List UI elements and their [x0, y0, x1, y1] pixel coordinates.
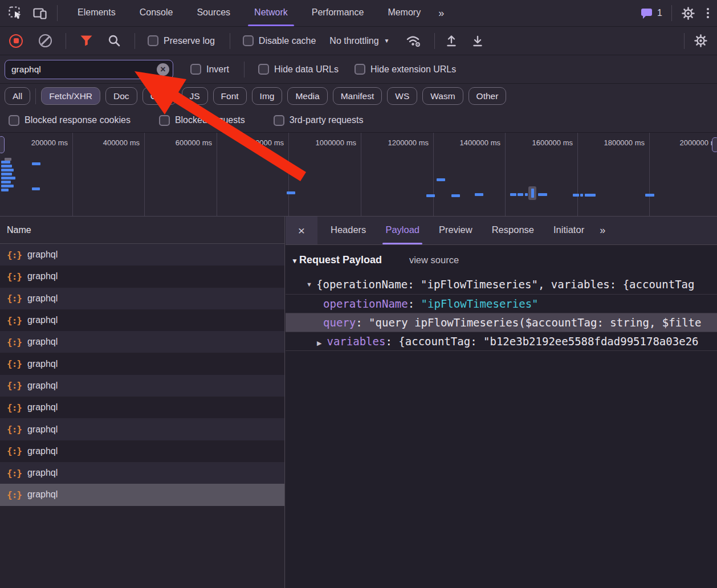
filter-box: × — [5, 60, 173, 79]
chip-media[interactable]: Media — [287, 87, 327, 105]
timeline-tick-label: 1200000 ms — [366, 138, 429, 147]
tab-preview[interactable]: Preview — [429, 217, 482, 244]
request-row[interactable]: {:}graphql — [0, 484, 284, 505]
tab-memory[interactable]: Memory — [376, 0, 433, 26]
view-source-link[interactable]: view source — [409, 255, 459, 266]
tab-initiator[interactable]: Initiator — [544, 217, 594, 244]
waterfall-bar — [1, 169, 14, 172]
chip-doc[interactable]: Doc — [105, 87, 137, 105]
tab-console[interactable]: Console — [128, 0, 185, 26]
filter-input[interactable] — [5, 60, 173, 79]
chip-font[interactable]: Font — [213, 87, 247, 105]
tab-sources[interactable]: Sources — [185, 0, 242, 26]
request-row[interactable]: {:}graphql — [0, 440, 284, 462]
chip-ws[interactable]: WS — [387, 87, 417, 105]
timeline-gridline — [288, 133, 289, 217]
hide-data-urls-checkbox[interactable] — [258, 64, 269, 75]
request-row[interactable]: {:}graphql — [0, 375, 284, 397]
inspect-element-icon[interactable] — [8, 6, 23, 21]
3rd-party-requests-checkbox[interactable] — [274, 115, 284, 126]
chip-img[interactable]: Img — [252, 87, 283, 105]
overview-right-grip[interactable] — [712, 137, 717, 152]
blocked-response-cookies-checkbox[interactable] — [9, 115, 19, 126]
chip-fetch-xhr[interactable]: Fetch/XHR — [41, 87, 100, 105]
timeline-tick-label: 2000000 ms — [654, 138, 717, 147]
overview-left-grip[interactable] — [0, 136, 5, 153]
request-row[interactable]: {:}graphql — [0, 288, 284, 309]
chip-manifest[interactable]: Manifest — [333, 87, 382, 105]
more-tabs-icon[interactable]: » — [433, 7, 450, 19]
throttling-dropdown[interactable]: No throttling ▼ — [329, 36, 389, 46]
tab-headers[interactable]: Headers — [321, 217, 376, 244]
tab-response[interactable]: Response — [482, 217, 544, 244]
settings-gear-icon[interactable] — [681, 6, 695, 21]
export-har-icon[interactable] — [471, 34, 484, 48]
request-row[interactable]: {:}graphql — [0, 397, 284, 418]
request-row[interactable]: {:}graphql — [0, 331, 284, 353]
waterfall-bar — [437, 178, 445, 181]
request-row[interactable]: {:}graphql — [0, 418, 284, 440]
filter-row: × Invert Hide data URLs Hide extension U… — [0, 55, 717, 84]
request-row[interactable]: {:}graphql — [0, 462, 284, 484]
fetch-xhr-icon: {:} — [7, 446, 22, 456]
chip-css[interactable]: CSS — [142, 87, 177, 105]
collapse-triangle-icon[interactable]: ▼ — [306, 275, 312, 294]
request-row[interactable]: {:}graphql — [0, 353, 284, 374]
request-row[interactable]: {:}graphql — [0, 266, 284, 287]
request-name: graphql — [27, 293, 58, 304]
device-toolbar-icon[interactable] — [32, 6, 48, 21]
chip-js[interactable]: JS — [182, 87, 208, 105]
search-icon[interactable] — [108, 34, 121, 47]
request-name: graphql — [27, 424, 58, 435]
clear-filter-icon[interactable]: × — [157, 63, 169, 76]
chip-other[interactable]: Other — [469, 87, 507, 105]
invert-checkbox[interactable] — [190, 64, 201, 75]
chevron-down-icon: ▼ — [384, 38, 390, 44]
fetch-xhr-icon: {:} — [7, 489, 22, 500]
disable-cache-checkbox[interactable] — [243, 35, 254, 46]
kebab-menu-icon[interactable] — [699, 8, 717, 18]
hide-extension-urls-checkbox[interactable] — [355, 64, 365, 75]
network-overview-timeline[interactable]: 200000 ms400000 ms600000 ms800000 ms1000… — [0, 133, 717, 217]
timeline-gridline — [144, 133, 145, 217]
divider — [66, 33, 66, 49]
payload-row-query[interactable]: query: "query ipFlowTimeseries($accountT… — [286, 313, 717, 332]
request-row[interactable]: {:}graphql — [0, 309, 284, 331]
more-detail-tabs-icon[interactable]: » — [594, 224, 611, 236]
tab-performance[interactable]: Performance — [300, 0, 376, 26]
record-network-log-icon[interactable] — [9, 34, 23, 48]
payload-summary-row[interactable]: ▼ {operationName: "ipFlowTimeseries", va… — [286, 275, 717, 294]
timeline-gridline — [433, 133, 434, 217]
selected-request-marker[interactable] — [528, 186, 536, 200]
timeline-tick-label: 400000 ms — [77, 138, 140, 147]
issues-badge[interactable]: 1 — [640, 7, 662, 19]
tab-network[interactable]: Network — [242, 0, 300, 26]
request-name: graphql — [27, 446, 58, 456]
request-row[interactable]: {:}graphql — [0, 244, 284, 266]
preserve-log-checkbox[interactable] — [148, 35, 158, 46]
tab-elements[interactable]: Elements — [66, 0, 128, 26]
blocked-requests-checkbox[interactable] — [159, 115, 170, 126]
name-column-header[interactable]: Name — [0, 217, 284, 244]
close-icon[interactable]: × — [286, 217, 317, 244]
chip-wasm[interactable]: Wasm — [422, 87, 463, 105]
hide-extension-urls-label: Hide extension URLs — [370, 64, 456, 75]
filter-funnel-icon[interactable] — [80, 35, 93, 47]
tab-payload[interactable]: Payload — [376, 217, 429, 244]
filter-group-blocked-response-cookies: Blocked response cookies — [9, 115, 131, 126]
chip-all[interactable]: All — [5, 87, 30, 105]
divider — [671, 5, 672, 21]
import-har-icon[interactable] — [445, 34, 458, 48]
collapse-triangle-icon[interactable]: ▼ — [291, 257, 298, 265]
payload-row-operationname[interactable]: operationName: "ipFlowTimeseries" — [286, 294, 717, 313]
network-settings-gear-icon[interactable] — [694, 34, 708, 48]
timeline-tick-label: 600000 ms — [149, 138, 212, 147]
network-conditions-icon[interactable] — [406, 34, 422, 47]
waterfall-bar — [32, 162, 40, 165]
clear-network-log-icon[interactable] — [39, 34, 52, 47]
payload-row-variables[interactable]: ▶variables: {accountTag: "b12e3b2192ee55… — [286, 332, 717, 351]
request-list: {:}graphql{:}graphql{:}graphql{:}graphql… — [0, 244, 284, 506]
waterfall-bar — [32, 187, 40, 190]
expand-triangle-icon[interactable]: ▶ — [317, 340, 321, 346]
request-type-filters: AllFetch/XHRDocCSSJSFontImgMediaManifest… — [0, 84, 717, 108]
